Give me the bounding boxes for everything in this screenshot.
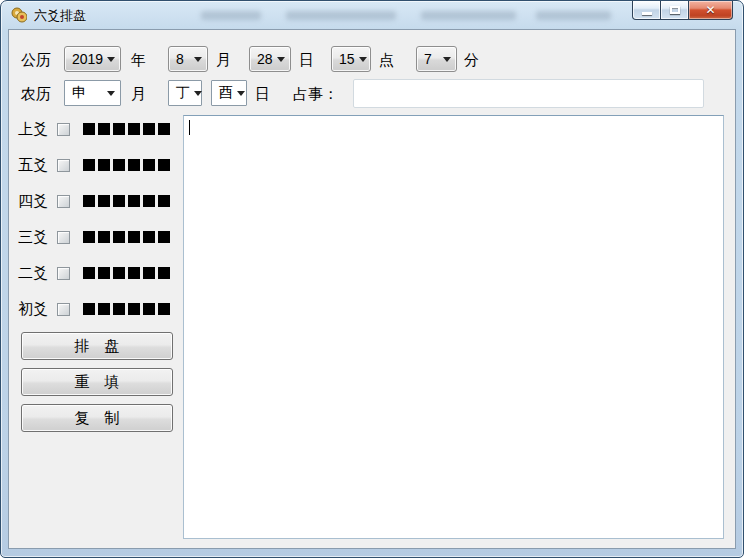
yao-square <box>158 231 170 243</box>
matter-input[interactable] <box>353 79 704 108</box>
chevron-down-icon <box>107 91 115 96</box>
minimize-button[interactable] <box>632 1 661 20</box>
maximize-button[interactable] <box>660 1 689 20</box>
chevron-down-icon <box>277 57 285 62</box>
year-combobox[interactable]: 2019 <box>64 46 121 72</box>
yao-square <box>143 231 155 243</box>
minimize-icon <box>642 12 652 15</box>
minute-unit-label: 分 <box>464 51 479 68</box>
yao-square <box>113 195 125 207</box>
yao-square <box>128 159 140 171</box>
app-icon[interactable] <box>11 7 27 23</box>
yao-square <box>98 195 110 207</box>
yao-label: 二爻 <box>18 265 50 281</box>
gregorian-label: 公历 <box>21 51 51 68</box>
window-title: 六爻排盘 <box>34 8 86 23</box>
yao-label: 上爻 <box>18 121 50 137</box>
yao-square <box>113 303 125 315</box>
yao-square <box>158 303 170 315</box>
yao-square <box>83 267 95 279</box>
day-combobox[interactable]: 28 <box>249 46 291 72</box>
glass-reflection <box>536 11 611 20</box>
chevron-down-icon <box>194 57 202 62</box>
yao-square <box>143 159 155 171</box>
close-icon: ✕ <box>705 4 715 16</box>
yao-square <box>128 123 140 135</box>
yao-row-si: 四爻 <box>18 193 170 209</box>
yao-checkbox-shang[interactable] <box>57 123 70 136</box>
window-controls: ✕ <box>632 1 733 20</box>
yao-square <box>83 231 95 243</box>
year-unit-label: 年 <box>131 51 146 68</box>
yao-squares[interactable] <box>83 231 170 243</box>
yao-square <box>143 195 155 207</box>
yao-checkbox-si[interactable] <box>57 195 70 208</box>
titlebar[interactable]: 六爻排盘 ✕ <box>1 1 743 29</box>
yao-squares[interactable] <box>83 123 170 135</box>
yao-square <box>128 267 140 279</box>
hour-combobox[interactable]: 15 <box>331 46 371 72</box>
yao-label: 初爻 <box>18 301 50 317</box>
year-value: 2019 <box>72 51 103 67</box>
month-combobox[interactable]: 8 <box>168 46 208 72</box>
yao-square <box>83 303 95 315</box>
yao-squares[interactable] <box>83 195 170 207</box>
chongtian-button[interactable]: 重 填 <box>21 368 173 396</box>
chevron-down-icon <box>359 57 367 62</box>
chevron-down-icon <box>443 57 451 62</box>
yao-row-wu: 五爻 <box>18 157 170 173</box>
fuzhi-button[interactable]: 复 制 <box>21 404 173 432</box>
yao-square <box>143 267 155 279</box>
glass-reflection <box>286 11 396 20</box>
yao-row-shang: 上爻 <box>18 121 170 137</box>
lunar-day-unit-label: 日 <box>255 85 270 102</box>
yao-square <box>128 195 140 207</box>
yao-square <box>143 123 155 135</box>
app-window: 六爻排盘 ✕ 公历 2019 年 8 月 28 <box>0 0 744 558</box>
close-button[interactable]: ✕ <box>688 1 733 20</box>
chevron-down-icon <box>237 91 245 96</box>
text-caret-icon <box>189 120 190 135</box>
chevron-down-icon <box>194 91 202 96</box>
yao-square <box>83 195 95 207</box>
maximize-icon <box>670 6 680 14</box>
yao-square <box>158 195 170 207</box>
yao-square <box>83 123 95 135</box>
yao-checkbox-chu[interactable] <box>57 303 70 316</box>
yao-squares[interactable] <box>83 303 170 315</box>
yao-squares[interactable] <box>83 159 170 171</box>
lunar-label: 农历 <box>21 85 51 102</box>
hour-unit-label: 点 <box>379 51 394 68</box>
yao-checkbox-wu[interactable] <box>57 159 70 172</box>
client-area: 公历 2019 年 8 月 28 日 15 点 7 分 农历 申 <box>8 29 736 549</box>
yao-checkbox-er[interactable] <box>57 267 70 280</box>
yao-square <box>143 303 155 315</box>
yao-square <box>98 159 110 171</box>
paipan-button[interactable]: 排 盘 <box>21 332 173 360</box>
yao-row-san: 三爻 <box>18 229 170 245</box>
lunar-month-value: 申 <box>72 84 103 102</box>
lunar-month-combobox[interactable]: 申 <box>64 80 121 106</box>
yao-row-chu: 初爻 <box>18 301 170 317</box>
day-branch-combobox[interactable]: 酉 <box>211 80 247 106</box>
lunar-month-unit-label: 月 <box>131 85 146 102</box>
yao-squares[interactable] <box>83 267 170 279</box>
yao-square <box>113 123 125 135</box>
yao-square <box>98 267 110 279</box>
yao-square <box>113 159 125 171</box>
day-branch-value: 酉 <box>219 84 233 102</box>
day-stem-combobox[interactable]: 丁 <box>168 80 202 106</box>
month-unit-label: 月 <box>216 51 231 68</box>
yao-label: 五爻 <box>18 157 50 173</box>
minute-combobox[interactable]: 7 <box>416 46 457 72</box>
yao-row-er: 二爻 <box>18 265 170 281</box>
day-value: 28 <box>257 51 273 67</box>
yao-label: 四爻 <box>18 193 50 209</box>
yao-checkbox-san[interactable] <box>57 231 70 244</box>
matter-label: 占事： <box>293 85 338 102</box>
yao-square <box>128 231 140 243</box>
yao-square <box>158 159 170 171</box>
hour-value: 15 <box>339 51 355 67</box>
result-textarea[interactable] <box>183 115 724 539</box>
glass-reflection <box>201 11 261 20</box>
